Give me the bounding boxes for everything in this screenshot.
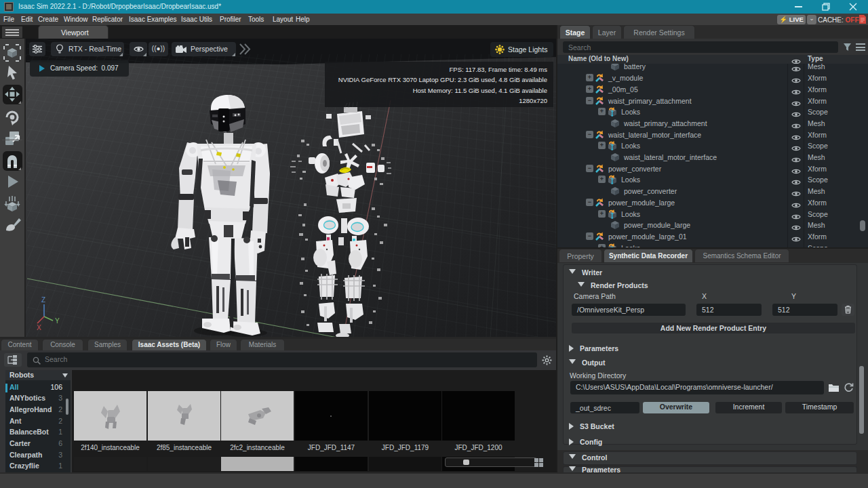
svg-text:X: X (37, 324, 41, 331)
svg-text:Y: Y (55, 317, 60, 325)
svg-text:Z: Z (41, 296, 45, 304)
